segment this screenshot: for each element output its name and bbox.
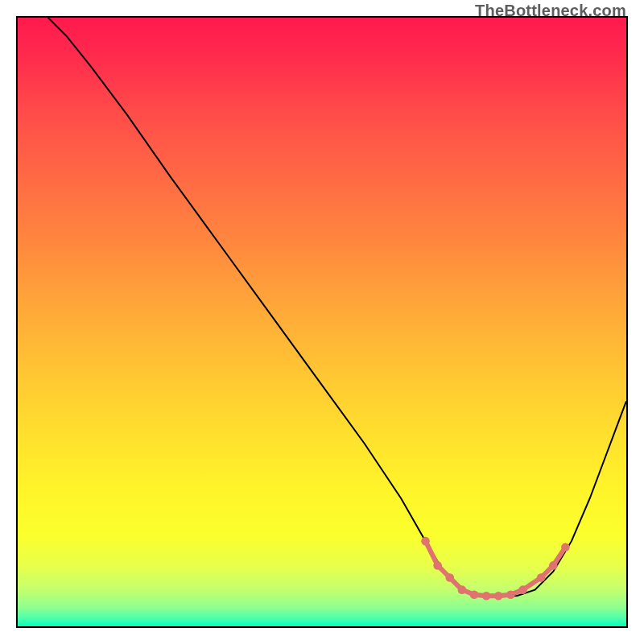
chart-container: TheBottleneck.com <box>0 0 644 644</box>
bottleneck-curve <box>48 18 626 596</box>
optimal-range-segment <box>513 591 522 594</box>
curve-overlay <box>18 18 626 626</box>
plot-area <box>16 16 628 628</box>
optimal-range-segment <box>452 580 460 588</box>
optimal-range-segment <box>476 595 485 596</box>
optimal-range-segment <box>440 568 448 576</box>
optimal-range-segment <box>464 591 473 594</box>
optimal-range-segment <box>501 595 510 596</box>
